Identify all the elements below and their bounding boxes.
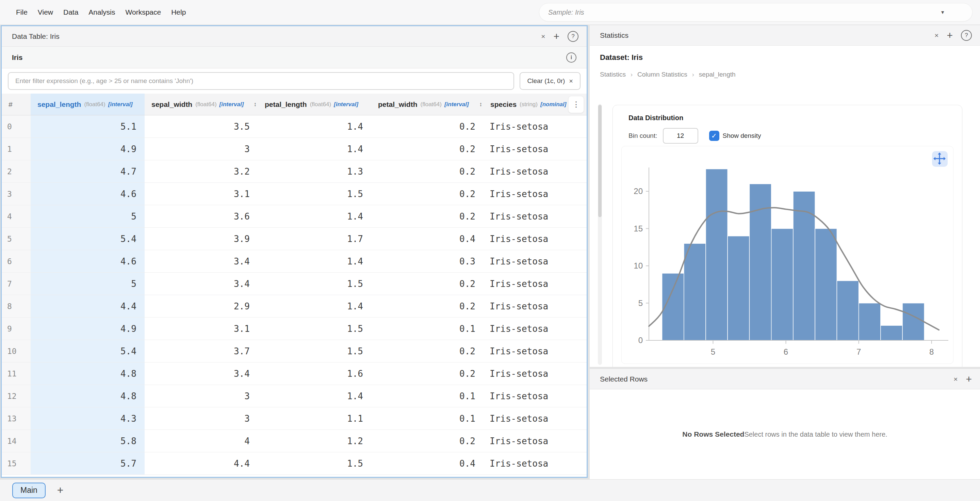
table-row[interactable]: 05.13.51.40.2Iris-setosa (2, 115, 587, 138)
table-cell: 0.2 (371, 363, 484, 385)
statistics-panel-title: Statistics (600, 31, 628, 40)
menu-analysis[interactable]: Analysis (83, 5, 120, 20)
sort-icon[interactable]: ↕ (254, 101, 258, 108)
table-cell: 3.4 (145, 363, 258, 385)
show-density-checkbox[interactable]: ✓ (709, 131, 719, 141)
filter-expression-input[interactable] (8, 72, 514, 90)
x-tick-label: 8 (929, 347, 934, 356)
sort-icon[interactable]: ↕ (479, 101, 484, 108)
table-cell: 5.4 (30, 340, 145, 362)
column-header-sepal_width[interactable]: sepal_width(float64)[interval]↕ (145, 94, 258, 115)
sheet-tab-label: Main (21, 486, 37, 495)
close-icon[interactable]: × (541, 33, 545, 40)
row-index-cell: 3 (2, 183, 30, 205)
menu-file[interactable]: File (11, 5, 33, 20)
pan-tool-button[interactable] (932, 151, 948, 167)
sheet-tab-main[interactable]: Main (12, 483, 46, 498)
add-sheet-button[interactable]: + (57, 484, 64, 496)
table-row[interactable]: 64.63.41.40.3Iris-setosa (2, 250, 587, 273)
arrows-move-icon (932, 151, 947, 166)
help-icon[interactable]: ? (568, 31, 579, 42)
column-menu-button[interactable]: ⋮ (568, 96, 584, 113)
column-header-petal_width[interactable]: petal_width(float64)[interval]↕ (371, 94, 484, 115)
table-cell: 2.9 (145, 295, 258, 317)
clear-filter-button[interactable]: Clear (1c, 0r) × (520, 72, 581, 90)
table-cell: 1.4 (258, 138, 371, 160)
table-row[interactable]: 24.73.21.30.2Iris-setosa (2, 160, 587, 183)
column-name: sepal_length (37, 100, 81, 108)
table-row[interactable]: 155.74.41.50.4Iris-setosa (2, 452, 587, 475)
table-row[interactable]: 105.43.71.50.2Iris-setosa (2, 340, 587, 363)
table-row[interactable]: 124.831.40.1Iris-setosa (2, 385, 587, 407)
clear-x-icon: × (569, 77, 573, 85)
x-tick-label: 7 (856, 347, 861, 356)
x-tick-label: 5 (711, 347, 715, 356)
table-row[interactable]: 94.93.11.50.1Iris-setosa (2, 318, 587, 340)
column-header-sepal_length[interactable]: sepal_length(float64)[interval] (30, 94, 145, 115)
table-row[interactable]: 84.42.91.40.2Iris-setosa (2, 295, 587, 318)
sample-dataset-select[interactable]: Sample: Iris ▼ (539, 3, 972, 21)
add-panel-icon[interactable]: + (553, 31, 559, 41)
scrollbar-thumb[interactable] (598, 105, 601, 217)
close-icon[interactable]: × (953, 375, 958, 383)
table-cell: 3.1 (145, 318, 258, 340)
histogram-bar (727, 236, 749, 340)
row-index-cell: 2 (2, 160, 30, 183)
column-kind: [interval] (108, 101, 133, 108)
info-icon[interactable]: i (566, 52, 576, 63)
table-row[interactable]: 453.61.40.2Iris-setosa (2, 205, 587, 228)
no-rows-selected-message: No Rows SelectedSelect rows in the data … (590, 390, 980, 479)
table-row[interactable]: 14.931.40.2Iris-setosa (2, 138, 587, 160)
table-row[interactable]: 134.331.10.1Iris-setosa (2, 407, 587, 430)
row-index-cell: 11 (2, 363, 30, 385)
table-cell: 3 (145, 407, 258, 429)
column-name: # (8, 100, 13, 108)
table-row[interactable]: 753.41.50.2Iris-setosa (2, 273, 587, 295)
menu-view[interactable]: View (33, 5, 58, 20)
column-name: petal_width (378, 100, 417, 108)
row-index-cell: 14 (2, 430, 30, 452)
table-cell: 5 (30, 205, 145, 227)
breadcrumb: Statistics›Column Statistics›sepal_lengt… (590, 62, 980, 78)
table-cell: Iris-setosa (484, 138, 587, 160)
table-cell: 1.7 (258, 228, 371, 250)
table-cell: 0.2 (371, 340, 484, 362)
histogram-bar (684, 243, 706, 340)
row-index-cell: 4 (2, 205, 30, 227)
table-cell: Iris-setosa (484, 183, 587, 205)
histogram-chart: 051015205678 (621, 146, 953, 364)
menu-items: FileViewDataAnalysisWorkspaceHelp (11, 5, 191, 20)
add-panel-icon[interactable]: + (947, 30, 953, 40)
table-cell: 5 (30, 273, 145, 295)
menu-workspace[interactable]: Workspace (121, 5, 166, 20)
table-cell: Iris-setosa (484, 385, 587, 407)
table-row[interactable]: 55.43.91.70.4Iris-setosa (2, 228, 587, 250)
table-cell: Iris-setosa (484, 407, 587, 429)
table-cell: 3.4 (145, 250, 258, 272)
distribution-chart-svg: 051015205678 (622, 146, 953, 364)
statistics-panel: Statistics × + ? Dataset: Iris Statistic… (590, 25, 980, 367)
table-row[interactable]: 145.841.20.2Iris-setosa (2, 430, 587, 452)
table-cell: Iris-setosa (484, 340, 587, 362)
column-kind: [interval] (220, 101, 244, 108)
close-icon[interactable]: × (934, 32, 939, 39)
breadcrumb-item[interactable]: Column Statistics (637, 71, 687, 78)
empty-state-description: Select rows in the data table to view th… (744, 431, 887, 438)
bin-count-input[interactable] (663, 128, 698, 144)
table-row[interactable]: 34.63.11.50.2Iris-setosa (2, 183, 587, 205)
dataset-name: Iris (12, 53, 23, 62)
menu-help[interactable]: Help (166, 5, 191, 20)
table-row[interactable]: 114.83.41.60.2Iris-setosa (2, 363, 587, 385)
table-cell: 1.5 (258, 183, 371, 205)
help-icon[interactable]: ? (961, 30, 972, 41)
breadcrumb-item[interactable]: Statistics (600, 71, 626, 78)
column-kind: [nominal] (540, 101, 566, 108)
row-index-cell: 12 (2, 385, 30, 407)
menu-data[interactable]: Data (58, 5, 83, 20)
breadcrumb-item[interactable]: sepal_length (699, 71, 736, 78)
table-cell: 1.4 (258, 115, 371, 137)
table-cell: Iris-setosa (484, 452, 587, 474)
add-panel-icon[interactable]: + (966, 374, 972, 384)
column-header-index: # (2, 94, 30, 115)
column-header-petal_length[interactable]: petal_length(float64)[interval] (258, 94, 371, 115)
